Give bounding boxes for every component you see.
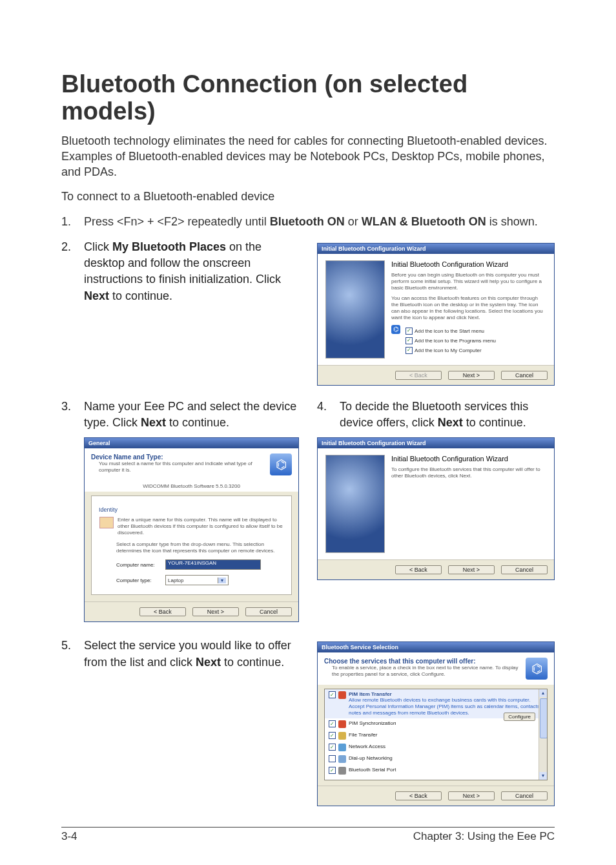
gen-desc2: Select a computer type from the drop-dow…	[116, 541, 283, 554]
chevron-down-icon: ▾	[218, 578, 226, 583]
gen-next-button[interactable]: Next >	[192, 607, 239, 616]
svc-headline: Choose the services that this computer w…	[324, 658, 520, 665]
svc-cancel-button[interactable]: Cancel	[501, 791, 548, 800]
checkbox-icon[interactable]	[329, 755, 336, 762]
wiz1-cb-my-computer[interactable]: ✓Add the icon to My Computer	[406, 347, 546, 354]
svc-titlebar: Bluetooth Service Selection	[318, 642, 554, 652]
svc-item-label: Bluetooth Serial Port	[349, 767, 543, 773]
wiz1-back-button: < Back	[395, 371, 442, 380]
svc-item-label: PIM Synchronization	[349, 720, 543, 726]
service-icon	[338, 720, 346, 728]
wiz1-next-button[interactable]: Next >	[448, 371, 495, 380]
svc-next-button[interactable]: Next >	[448, 791, 495, 800]
checkbox-icon[interactable]: ✓	[329, 720, 336, 727]
step-3-text: Name your Eee PC and select the device t…	[84, 399, 299, 431]
wiz1-cancel-button[interactable]: Cancel	[501, 371, 548, 380]
wiz1-heading: Initial Bluetooth Configuration Wizard	[391, 260, 546, 268]
svc-item[interactable]: ✓Network Access	[325, 742, 547, 753]
wiz1-cb-programs-menu[interactable]: ✓Add the icon to the Programs menu	[406, 337, 546, 344]
checkbox-icon[interactable]: ✓	[329, 691, 336, 698]
step-3-number: 3.	[61, 399, 84, 431]
step-1-text: Press <Fn> + <F2> repeatedly until Bluet…	[84, 214, 555, 230]
wiz2-next-button[interactable]: Next >	[448, 565, 495, 574]
bluetooth-icon: ⌬	[270, 453, 292, 475]
step-2-text: Click My Bluetooth Places on the desktop…	[84, 239, 299, 304]
computer-icon	[99, 517, 114, 528]
svc-item-label: File Transfer	[349, 732, 543, 738]
scroll-thumb[interactable]	[540, 698, 548, 738]
service-icon	[338, 691, 346, 699]
configure-button[interactable]: Configure	[504, 713, 535, 721]
svc-item[interactable]: ✓Bluetooth Serial Port	[325, 765, 547, 776]
scroll-up-icon[interactable]: ▴	[539, 689, 547, 697]
service-icon	[338, 755, 346, 763]
svc-item[interactable]: Dial-up Networking	[325, 753, 547, 765]
step-1-number: 1.	[61, 214, 84, 230]
screenshot-service-selection: Bluetooth Service Selection Choose the s…	[317, 641, 555, 806]
service-icon	[338, 732, 346, 740]
wiz1-p1: Before you can begin using Bluetooth on …	[391, 272, 546, 291]
gen-back-button[interactable]: < Back	[139, 607, 186, 616]
service-icon	[338, 744, 346, 751]
page-number: 3-4	[61, 830, 77, 843]
page-title: Bluetooth Connection (on selected models…	[61, 71, 555, 125]
wiz2-heading: Initial Bluetooth Configuration Wizard	[391, 455, 546, 463]
wiz1-titlebar: Initial Bluetooth Configuration Wizard	[318, 244, 554, 254]
wiz2-p1: To configure the Bluetooth services that…	[391, 466, 546, 479]
checkbox-icon[interactable]: ✓	[329, 744, 336, 751]
gen-desc1: Enter a unique name for this computer. T…	[118, 517, 283, 536]
intro-paragraph: Bluetooth technology eliminates the need…	[61, 133, 555, 180]
gen-group-label: Identity	[97, 506, 119, 513]
bluetooth-icon: ⌬	[526, 658, 548, 680]
computer-name-input[interactable]: YOUR-7E41INSGAN	[165, 559, 261, 570]
svc-item[interactable]: ✓File Transfer	[325, 730, 547, 742]
service-icon	[338, 767, 346, 775]
wiz1-cb-start-menu[interactable]: ✓Add the icon to the Start menu	[406, 328, 546, 335]
wiz2-titlebar: Initial Bluetooth Configuration Wizard	[318, 438, 554, 448]
computer-type-select[interactable]: Laptop▾	[165, 575, 229, 585]
step-5-number: 5.	[61, 638, 84, 670]
lead-line: To connect to a Bluetooth-enabled device	[61, 189, 555, 204]
screenshot-general-dialog: General Device Name and Type: You must s…	[84, 437, 299, 622]
checkbox-icon[interactable]: ✓	[329, 732, 336, 739]
wiz2-back-button[interactable]: < Back	[395, 565, 442, 574]
step-5-text: Select the service you would like to off…	[84, 638, 299, 670]
checkbox-icon[interactable]: ✓	[329, 767, 336, 774]
wiz2-cancel-button[interactable]: Cancel	[501, 565, 548, 574]
svc-scrollbar[interactable]: ▴ ▾	[539, 689, 547, 780]
step-4-number: 4.	[317, 399, 340, 431]
gen-name-label: Computer name:	[116, 562, 161, 568]
chapter-label: Chapter 3: Using the Eee PC	[413, 830, 555, 843]
step-4-text: To decide the Bluetooth services this de…	[340, 399, 555, 431]
svc-item-label: Dial-up Networking	[349, 755, 543, 761]
svc-item-label: Network Access	[349, 744, 543, 749]
wiz1-p2: You can access the Bluetooth features on…	[391, 295, 546, 321]
gen-version: WIDCOMM Bluetooth Software 5.5.0.3200	[85, 481, 298, 492]
svc-listbox[interactable]: Configure ▴ ▾ ✓PIM Item TransferAllow re…	[324, 689, 548, 780]
globe-graphic	[325, 260, 385, 359]
step-2-number: 2.	[61, 239, 84, 304]
gen-type-label: Computer type:	[116, 578, 161, 583]
screenshot-wizard-services: Initial Bluetooth Configuration Wizard I…	[317, 437, 555, 580]
bluetooth-icon: ⌬	[391, 325, 400, 334]
svc-back-button[interactable]: < Back	[395, 791, 442, 800]
globe-graphic	[325, 455, 385, 553]
screenshot-wizard-welcome: Initial Bluetooth Configuration Wizard I…	[317, 243, 555, 386]
gen-titlebar: General	[85, 438, 298, 448]
scroll-down-icon[interactable]: ▾	[539, 772, 547, 780]
gen-sub: You must select a name for this computer…	[99, 461, 265, 474]
gen-cancel-button[interactable]: Cancel	[245, 607, 292, 616]
gen-headline: Device Name and Type:	[91, 453, 265, 461]
svc-sub: To enable a service, place a check in th…	[332, 665, 520, 678]
